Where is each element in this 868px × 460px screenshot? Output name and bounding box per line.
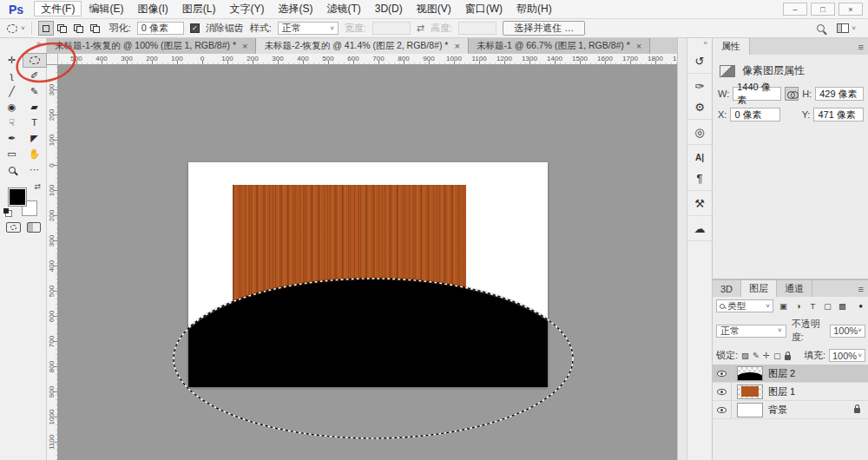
tool-presets-panel-icon[interactable]: ⚒ <box>687 193 712 214</box>
blend-mode-select[interactable]: 正常 ˅ <box>716 325 786 338</box>
layer-thumbnail[interactable] <box>737 403 763 417</box>
pixel-layer-filter-icon[interactable]: ▣ <box>777 299 790 312</box>
rectangle-tool[interactable]: ▭ <box>1 148 23 161</box>
vertical-ruler[interactable]: 3002001000100200300400500600700800900100… <box>47 65 58 460</box>
panel-menu-icon[interactable]: ≡ <box>853 38 868 55</box>
visibility-cell[interactable] <box>713 401 732 418</box>
quick-selection-tool[interactable]: ✐ <box>23 69 46 82</box>
lock-position-icon[interactable]: ✛ <box>763 351 770 360</box>
tab-layers[interactable]: 图层 <box>741 280 777 297</box>
toolbar-collapse-button[interactable]: » <box>0 38 46 50</box>
maximize-button[interactable]: □ <box>811 3 835 16</box>
tab-3d[interactable]: 3D <box>713 280 741 297</box>
select-and-mask-button[interactable]: 选择并遮住 … <box>503 21 585 36</box>
paragraph-panel-icon[interactable]: ¶ <box>687 168 712 188</box>
layer-thumbnail[interactable] <box>737 384 763 399</box>
tab-channels[interactable]: 通道 <box>777 280 812 297</box>
adjustment-layer-filter-icon[interactable]: ◑ <box>792 299 805 312</box>
layer-row-1[interactable]: 图层 1 <box>713 383 868 401</box>
default-colors-icon[interactable] <box>3 208 12 217</box>
document-tab-2[interactable]: 未标题-1 @ 66.7% (图层 1, RGB/8#) *× <box>469 38 650 54</box>
layer-filter-select[interactable]: 类型 ˅ <box>716 299 773 312</box>
type-tool[interactable]: T <box>23 116 46 129</box>
lock-image-pixels-icon[interactable]: ✎ <box>753 351 760 360</box>
tool-preset-picker[interactable]: ˅ <box>7 24 25 33</box>
document-tab-0[interactable]: 未标题-1-恢复的 @ 100% (图层 1, RGB/8#) *× <box>47 38 256 54</box>
width-value-field[interactable]: 1440 像素 <box>733 87 781 101</box>
close-button[interactable]: × <box>838 3 863 16</box>
smudge-tool[interactable]: ☟ <box>1 116 23 129</box>
history-panel-icon[interactable]: ↺ <box>687 50 712 71</box>
move-tool[interactable]: ✛ <box>1 54 23 67</box>
layer-row-0[interactable]: 图层 2 <box>713 365 868 383</box>
menu-item-9[interactable]: 窗口(W) <box>458 1 510 16</box>
screen-mode-button[interactable] <box>27 222 41 233</box>
clone-stamp-tool[interactable]: ◉ <box>1 101 23 114</box>
shape-layer-filter-icon[interactable]: ▢ <box>821 299 834 312</box>
eyedropper-tool[interactable]: ╱ <box>1 85 23 98</box>
workspace-switcher[interactable]: ˅ <box>837 23 856 33</box>
menu-item-10[interactable]: 帮助(H) <box>510 1 559 16</box>
layer-thumbnail[interactable] <box>737 366 763 381</box>
style-select[interactable]: 正常 ˅ <box>278 22 339 35</box>
layer-row-2[interactable]: 背景 <box>713 401 868 419</box>
lock-all-icon[interactable] <box>785 355 791 360</box>
x-value-field[interactable]: 0 像素 <box>730 108 780 122</box>
document-tab-1[interactable]: 未标题-2-恢复的 @ 41.4% (图层 2, RGB/8#) *× <box>256 38 468 54</box>
menu-item-8[interactable]: 视图(V) <box>410 1 458 16</box>
close-icon[interactable]: × <box>454 41 459 51</box>
opacity-field[interactable]: 100% ˅ <box>830 325 865 338</box>
minimize-button[interactable]: – <box>783 3 807 16</box>
add-to-selection-button[interactable] <box>55 21 70 36</box>
ruler-origin-corner[interactable] <box>47 54 58 65</box>
feather-input[interactable]: 0 像素 <box>137 22 184 35</box>
lock-artboard-icon[interactable]: ▢ <box>773 351 781 360</box>
lasso-tool[interactable]: ʅ <box>1 69 23 82</box>
hand-tool[interactable]: ✋ <box>23 148 46 161</box>
smart-object-filter-icon[interactable]: ▩ <box>836 299 849 312</box>
swap-colors-icon[interactable]: ⇄ <box>34 182 41 191</box>
visibility-cell[interactable] <box>713 383 732 400</box>
visibility-cell[interactable] <box>713 365 732 382</box>
menu-item-7[interactable]: 3D(D) <box>368 1 410 16</box>
close-icon[interactable]: × <box>242 41 247 51</box>
intersect-selection-button[interactable] <box>88 21 103 36</box>
layer-filter-toggle[interactable]: ● <box>858 302 865 310</box>
pen-tool[interactable]: ✒ <box>1 132 23 145</box>
search-icon[interactable] <box>817 24 825 32</box>
brushes-panel-icon[interactable]: ✑ <box>687 76 712 96</box>
quick-mask-button[interactable] <box>6 222 21 233</box>
swap-dimensions-icon[interactable]: ⇄ <box>417 23 424 34</box>
lock-transparent-pixels-icon[interactable]: ▨ <box>741 351 749 360</box>
eraser-tool[interactable]: ▰ <box>23 101 46 114</box>
fill-field[interactable]: 100% ˅ <box>829 349 865 362</box>
type-layer-filter-icon[interactable]: T <box>806 299 819 312</box>
antialias-checkbox[interactable]: ✓ <box>190 23 200 33</box>
link-dimensions-button[interactable] <box>785 87 799 101</box>
brush-settings-panel-icon[interactable]: ⚙ <box>687 96 712 117</box>
foreground-color-swatch[interactable] <box>9 188 26 206</box>
brush-tool[interactable]: ✎ <box>23 85 46 98</box>
zoom-tool[interactable] <box>1 163 23 176</box>
height-value-field[interactable]: 429 像素 <box>815 87 864 101</box>
y-value-field[interactable]: 471 像素 <box>813 108 864 122</box>
close-icon[interactable]: × <box>636 41 641 51</box>
menu-item-6[interactable]: 滤镜(T) <box>319 1 367 16</box>
path-selection-tool[interactable]: ◤ <box>23 132 46 145</box>
menu-item-3[interactable]: 图层(L) <box>175 1 223 16</box>
tab-properties[interactable]: 属性 <box>713 38 750 55</box>
panel-menu-icon[interactable]: ≡ <box>853 280 868 297</box>
menu-item-1[interactable]: 编辑(E) <box>82 1 130 16</box>
menu-item-0[interactable]: 文件(F) <box>34 1 82 16</box>
dock-collapse-button[interactable]: « <box>687 38 712 49</box>
libraries-panel-icon[interactable]: ☁ <box>687 218 712 239</box>
menu-item-4[interactable]: 文字(Y) <box>222 1 271 16</box>
new-selection-button[interactable] <box>38 21 54 36</box>
subtract-from-selection-button[interactable] <box>71 21 87 36</box>
clone-source-panel-icon[interactable]: ◎ <box>687 122 712 142</box>
canvas-pasteboard[interactable] <box>58 65 677 460</box>
menu-item-2[interactable]: 图像(I) <box>130 1 174 16</box>
elliptical-marquee-tool[interactable] <box>23 54 46 67</box>
character-panel-icon[interactable]: A| <box>687 147 712 168</box>
horizontal-ruler[interactable]: 5004003002001000100200300400500600700800… <box>58 54 677 65</box>
